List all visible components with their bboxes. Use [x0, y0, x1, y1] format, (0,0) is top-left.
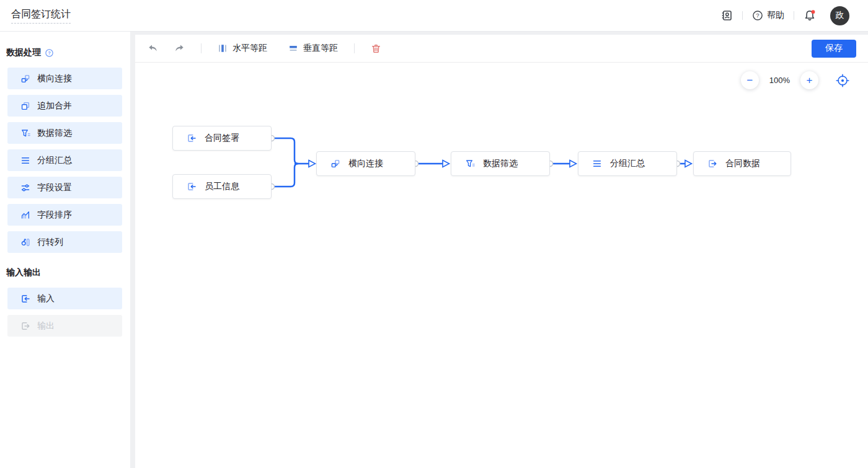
section-title-label: 数据处理: [6, 47, 41, 58]
flow-node-join[interactable]: 横向连接: [316, 151, 415, 176]
sidebar: 数据处理 ? 横向连接 追加合并 数据筛选 分组汇总 字段设置 字段排序 行转列…: [0, 32, 130, 468]
join-icon: [20, 74, 30, 84]
distribute-vertical-button[interactable]: 垂直等距: [288, 43, 338, 54]
flow-node-employee-info[interactable]: 员工信息: [172, 174, 272, 199]
section-title-data-processing: 数据处理 ?: [6, 47, 130, 58]
arrowhead: [685, 161, 692, 167]
divider: [794, 11, 794, 20]
flow-node-filter[interactable]: 数据筛选: [451, 151, 550, 176]
sidebar-item-filter[interactable]: 数据筛选: [7, 122, 122, 144]
sidebar-item-label: 字段排序: [37, 210, 72, 221]
sidebar-item-label: 输入: [37, 293, 55, 304]
section-title-label: 输入输出: [6, 267, 41, 278]
filter-icon: [465, 159, 475, 169]
editor-panel: 水平等距 垂直等距 保存 − 100% +: [135, 35, 868, 468]
row-to-column-icon: [20, 237, 30, 247]
group-summary-icon: [592, 159, 602, 169]
sidebar-item-label: 输出: [37, 320, 55, 332]
flow-canvas[interactable]: − 100% +: [135, 63, 868, 468]
sidebar-item-group-summary[interactable]: 分组汇总: [7, 149, 122, 171]
output-icon: [20, 321, 30, 331]
divider: [742, 11, 743, 20]
input-icon: [187, 182, 197, 192]
flow-node-label: 员工信息: [205, 181, 239, 192]
toolbar: 水平等距 垂直等距 保存: [135, 35, 868, 63]
sidebar-item-label: 追加合并: [37, 100, 72, 112]
flow-connectors: [135, 63, 868, 468]
save-button[interactable]: 保存: [812, 40, 856, 58]
sidebar-item-field-settings[interactable]: 字段设置: [7, 177, 122, 198]
divider: [354, 43, 355, 53]
help-circle-icon[interactable]: ?: [45, 48, 54, 58]
distribute-vertical-label: 垂直等距: [303, 43, 338, 54]
flow-node-contract-sign[interactable]: 合同签署: [172, 126, 272, 151]
distribute-horizontal-label: 水平等距: [232, 43, 267, 54]
flow-node-group-summary[interactable]: 分组汇总: [578, 151, 677, 176]
section-title-input-output: 输入输出: [6, 267, 130, 278]
sidebar-item-field-sort[interactable]: 字段排序: [7, 204, 122, 226]
group-summary-icon: [20, 156, 30, 166]
svg-text:?: ?: [48, 50, 51, 56]
sidebar-item-label: 行转列: [37, 237, 63, 248]
input-icon: [20, 294, 30, 304]
distribute-horizontal-icon: [218, 43, 228, 53]
sidebar-item-label: 字段设置: [37, 182, 72, 193]
join-icon: [330, 159, 340, 169]
delete-trash-icon[interactable]: [371, 43, 381, 54]
contacts-icon[interactable]: [720, 9, 733, 22]
divider: [201, 43, 202, 53]
fit-view-target-icon[interactable]: [836, 74, 849, 87]
sidebar-item-append-merge[interactable]: 追加合并: [7, 95, 122, 117]
sidebar-item-row-to-column[interactable]: 行转列: [7, 231, 122, 253]
distribute-vertical-icon: [288, 43, 298, 53]
input-icon: [187, 133, 197, 143]
sidebar-item-label: 横向连接: [37, 73, 72, 84]
redo-icon[interactable]: [174, 44, 185, 53]
sidebar-item-output: 输出: [7, 315, 122, 337]
arrowhead: [443, 161, 450, 167]
page-title[interactable]: 合同签订统计: [11, 8, 71, 24]
notification-bell-icon[interactable]: [804, 9, 816, 22]
zoom-level: 100%: [769, 76, 790, 85]
user-avatar[interactable]: 政: [830, 6, 849, 25]
help-button[interactable]: ? 帮助: [752, 10, 784, 21]
question-circle-icon: ?: [752, 10, 763, 21]
svg-text:?: ?: [756, 12, 759, 19]
app-header: 合同签订统计 ? 帮助 政: [0, 0, 868, 32]
sidebar-item-label: 分组汇总: [37, 155, 72, 166]
flow-node-label: 数据筛选: [483, 158, 518, 169]
append-merge-icon: [20, 101, 30, 111]
flow-node-label: 横向连接: [348, 158, 383, 169]
undo-icon[interactable]: [148, 44, 158, 53]
sidebar-item-label: 数据筛选: [37, 128, 72, 139]
field-settings-icon: [20, 183, 30, 193]
arrowhead: [570, 161, 577, 167]
filter-icon: [20, 128, 30, 138]
sidebar-item-join[interactable]: 横向连接: [7, 68, 122, 89]
output-icon: [707, 159, 717, 169]
distribute-horizontal-button[interactable]: 水平等距: [218, 43, 267, 54]
zoom-controls: − 100% +: [741, 71, 849, 89]
flow-node-label: 分组汇总: [610, 158, 645, 169]
zoom-out-button[interactable]: −: [741, 71, 759, 89]
flow-node-label: 合同数据: [725, 158, 760, 169]
flow-node-label: 合同签署: [205, 133, 239, 144]
field-sort-icon: [20, 210, 30, 220]
arrowhead: [309, 161, 316, 167]
help-label: 帮助: [767, 10, 784, 21]
header-actions: ? 帮助 政: [720, 6, 849, 25]
flow-node-contract-data-output[interactable]: 合同数据: [693, 151, 791, 176]
zoom-in-button[interactable]: +: [800, 71, 818, 89]
sidebar-item-input[interactable]: 输入: [7, 288, 122, 309]
